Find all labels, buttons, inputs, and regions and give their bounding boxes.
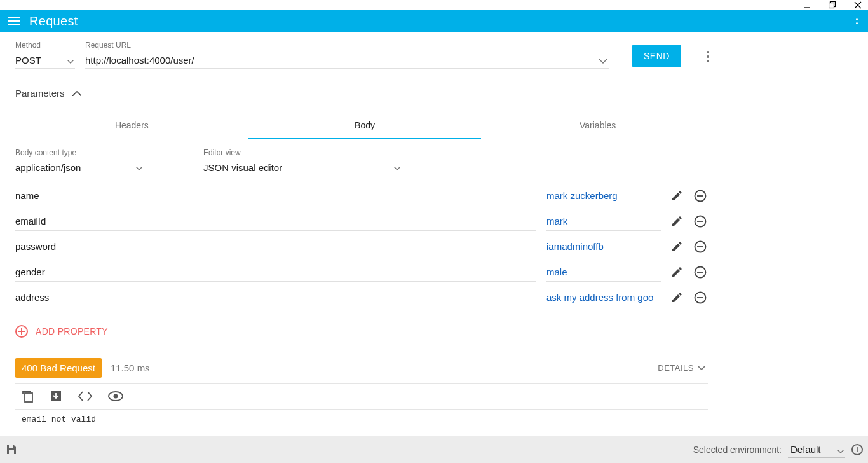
json-row: passwordiamadminoffb [15,237,708,256]
app-title: Request [29,14,78,29]
chevron-down-icon [837,450,844,453]
topbar-more-icon[interactable] [856,18,860,24]
environment-label: Selected environment: [693,445,782,455]
remove-icon[interactable] [694,190,707,202]
json-value-input[interactable]: mark [546,212,661,231]
add-property-button[interactable]: ADD PROPERTY [15,325,843,338]
code-icon[interactable] [78,390,93,402]
minimize-button[interactable] [803,1,811,9]
tab-headers[interactable]: Headers [15,113,248,139]
remove-icon[interactable] [694,291,707,304]
json-editor-rows: namemark zuckerbergemailIdmarkpasswordia… [15,186,708,307]
edit-icon[interactable] [671,190,682,202]
editor-view-select[interactable]: JSON visual editor [203,160,400,176]
json-row: namemark zuckerberg [15,186,708,205]
json-row: gendermale [15,263,708,282]
environment-select[interactable]: Default [788,441,845,458]
plus-circle-icon [15,325,28,338]
copy-icon[interactable] [22,390,34,403]
svg-rect-20 [9,450,14,454]
editor-view-value: JSON visual editor [203,162,282,173]
remove-icon[interactable] [694,215,707,228]
chevron-down-icon [698,366,705,370]
info-icon[interactable]: i [851,444,863,455]
json-row: emailIdmark [15,212,708,231]
content-type-select[interactable]: application/json [15,160,142,176]
close-button[interactable] [854,1,862,9]
json-value-input[interactable]: male [546,263,661,282]
request-row: Method POST Request URL SEND [15,41,843,69]
save-icon[interactable] [5,443,18,456]
preview-icon[interactable] [108,391,123,401]
details-toggle[interactable]: DETAILS [658,363,705,373]
json-key-input[interactable]: gender [15,263,536,282]
json-key-input[interactable]: name [15,186,536,205]
svg-rect-2 [829,3,834,8]
method-label: Method [15,41,75,50]
json-value-input[interactable]: mark zuckerberg [546,186,661,205]
chevron-up-icon [72,91,81,96]
remove-icon[interactable] [694,266,707,279]
svg-point-18 [114,394,118,399]
edit-icon[interactable] [671,266,682,278]
response-toolbar [15,383,708,410]
chevron-down-icon [394,167,400,170]
json-value-input[interactable]: ask my address from goo [546,288,661,307]
editor-view-label: Editor view [203,148,400,157]
url-label: Request URL [85,41,609,50]
remove-icon[interactable] [694,240,707,253]
svg-rect-19 [9,445,13,448]
response-body: email not valid [15,410,843,429]
param-tabs: Headers Body Variables [15,113,714,139]
environment-value: Default [790,444,821,455]
method-select[interactable]: POST [15,52,75,69]
json-key-input[interactable]: password [15,237,536,256]
maximize-button[interactable] [829,1,836,9]
more-options-icon[interactable] [707,51,709,62]
json-row: addressask my address from goo [15,288,708,307]
content-type-value: application/json [15,162,81,173]
json-value-input[interactable]: iamadminoffb [546,237,661,256]
download-icon[interactable] [50,390,62,403]
statusbar: Selected environment: Default i [0,436,868,463]
details-label: DETAILS [658,363,694,373]
edit-icon[interactable] [671,241,682,252]
edit-icon[interactable] [671,216,682,227]
edit-icon[interactable] [671,292,682,303]
app-topbar: Request [0,10,868,32]
response-time: 11.50 ms [111,363,150,373]
parameters-label: Parameters [15,88,65,99]
tab-body[interactable]: Body [248,113,482,139]
tab-variables[interactable]: Variables [481,113,714,139]
response-status-bar: 400 Bad Request 11.50 ms DETAILS [15,358,705,378]
parameters-toggle[interactable]: Parameters [15,88,843,99]
window-titlebar [0,0,868,10]
json-key-input[interactable]: address [15,288,536,307]
add-property-label: ADD PROPERTY [36,326,108,336]
url-input[interactable] [85,52,609,69]
send-button[interactable]: SEND [632,45,681,67]
json-key-input[interactable]: emailId [15,212,536,231]
chevron-down-icon [136,167,142,170]
status-badge: 400 Bad Request [15,358,102,378]
menu-icon[interactable] [8,17,20,25]
svg-rect-15 [25,393,32,402]
content-type-label: Body content type [15,148,142,157]
